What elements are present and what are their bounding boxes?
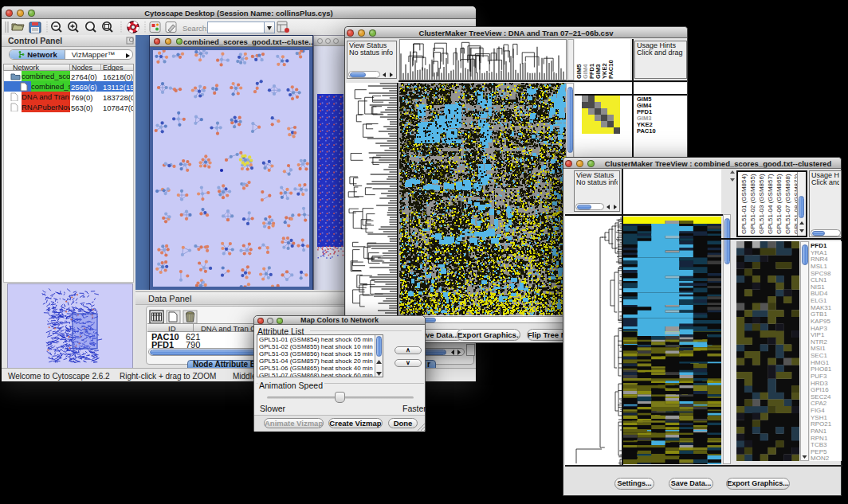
svg-text:GPL51-06 (GSM865): GPL51-06 (GSM865) — [775, 174, 783, 234]
svg-text:GPL51-01 (GSM854): GPL51-01 (GSM854) — [740, 174, 748, 234]
svg-text:PAC10: PAC10 — [607, 60, 614, 79]
svg-text:GPL51-04 (GSM857): GPL51-04 (GSM857) — [767, 174, 774, 234]
svg-text:GPL51-07 (GSM868): GPL51-07 (GSM868) — [784, 174, 791, 234]
svg-text:MON2: MON2 — [811, 455, 830, 461]
svg-text:PAC10: PAC10 — [637, 127, 656, 135]
svg-text:GPL51-03 (GSM856): GPL51-03 (GSM856) — [758, 174, 765, 234]
svg-text:GPL51-02 (GSM855): GPL51-02 (GSM855) — [749, 174, 756, 234]
